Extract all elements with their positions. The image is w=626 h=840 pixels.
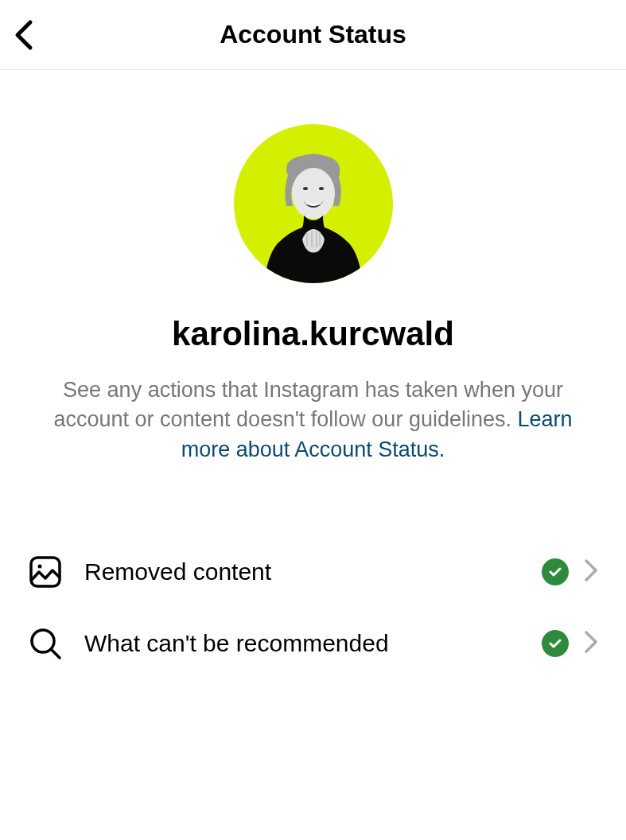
items-list: Removed content What can't be recommende… — [0, 536, 626, 679]
search-icon — [29, 627, 62, 660]
profile-section: karolina.kurcwald See any actions that I… — [0, 70, 626, 465]
chevron-left-icon — [14, 19, 33, 51]
username: karolina.kurcwald — [172, 315, 454, 353]
svg-point-0 — [292, 168, 335, 219]
back-button[interactable] — [14, 19, 33, 51]
list-item-removed-content[interactable]: Removed content — [29, 536, 597, 608]
description-text: See any actions that Instagram has taken… — [0, 375, 626, 465]
avatar — [234, 124, 393, 283]
chevron-right-icon — [585, 559, 597, 585]
svg-line-6 — [52, 650, 60, 658]
svg-point-4 — [38, 564, 42, 568]
list-item-not-recommended[interactable]: What can't be recommended — [29, 608, 597, 679]
item-label: What can't be recommended — [84, 630, 542, 657]
description-body: See any actions that Instagram has taken… — [53, 378, 562, 431]
item-label: Removed content — [84, 558, 542, 585]
header: Account Status — [0, 0, 626, 70]
svg-point-1 — [303, 187, 308, 190]
check-badge-icon — [542, 558, 569, 585]
svg-point-2 — [319, 187, 324, 190]
page-title: Account Status — [14, 20, 612, 49]
image-icon — [29, 555, 62, 589]
chevron-right-icon — [585, 631, 597, 656]
check-badge-icon — [542, 630, 569, 657]
avatar-person-icon — [258, 152, 369, 283]
